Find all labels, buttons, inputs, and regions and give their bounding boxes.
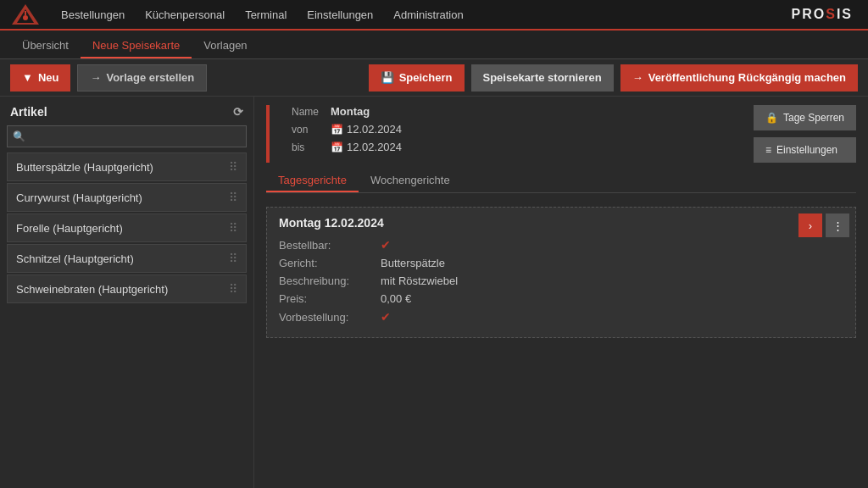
article-item-3[interactable]: Schnitzel (Hauptgericht) ⠿ bbox=[7, 244, 247, 273]
tage-sperren-label: Tage Sperren bbox=[783, 112, 844, 124]
form-section: Name Montag von 📅 12.02.2024 bis 📅 12.02… bbox=[266, 105, 856, 163]
detail-value-3: 0,00 € bbox=[381, 292, 411, 305]
detail-row-3: Preis: 0,00 € bbox=[279, 292, 843, 305]
btn-tage-sperren[interactable]: 🔒 Tage Sperren bbox=[754, 105, 856, 130]
article-label-2: Forelle (Hauptgericht) bbox=[16, 222, 123, 235]
tab-neue-speisekarte[interactable]: Neue Speisekarte bbox=[81, 34, 192, 58]
right-panel: Name Montag von 📅 12.02.2024 bis 📅 12.02… bbox=[254, 97, 868, 488]
von-date: 12.02.2024 bbox=[347, 123, 402, 136]
btn-cancel[interactable]: Speisekarte stornieren bbox=[471, 64, 614, 92]
detail-value-2: mit Röstzwiebel bbox=[381, 274, 458, 287]
article-label-1: Currywurst (Hauptgericht) bbox=[16, 191, 142, 204]
bis-value: 📅 12.02.2024 bbox=[331, 141, 402, 153]
left-accent-bar bbox=[266, 105, 270, 163]
detail-row-2: Beschreibung: mit Röstzwiebel bbox=[279, 274, 843, 287]
detail-label-3: Preis: bbox=[279, 292, 381, 305]
btn-undo-label: Veröffentlichung Rückgängig machen bbox=[648, 71, 846, 84]
calendar-icon-bis: 📅 bbox=[331, 141, 343, 153]
bis-label: bis bbox=[292, 141, 326, 153]
chevron-down-icon: ▼ bbox=[22, 71, 33, 84]
undo-icon: → bbox=[632, 71, 643, 84]
left-panel: Artikel ⟳ Butterspätzle (Hauptgericht) ⠿… bbox=[0, 97, 254, 488]
tabs-bar: Übersicht Neue Speisekarte Vorlagen bbox=[0, 30, 868, 59]
drag-icon-3: ⠿ bbox=[229, 252, 237, 265]
nav-einstellungen[interactable]: Einstellungen bbox=[297, 0, 383, 30]
einstellungen-label: Einstellungen bbox=[776, 144, 837, 156]
card-btn-arrow[interactable]: › bbox=[798, 214, 822, 237]
field-bis: bis 📅 12.02.2024 bbox=[292, 141, 740, 153]
article-label-3: Schnitzel (Hauptgericht) bbox=[16, 252, 134, 265]
form-fields: Name Montag von 📅 12.02.2024 bis 📅 12.02… bbox=[292, 105, 740, 163]
name-label: Name bbox=[292, 106, 326, 118]
search-input[interactable] bbox=[7, 125, 247, 147]
checkmark-bestellbar: ✔ bbox=[381, 238, 391, 252]
nav-terminal[interactable]: Terminal bbox=[235, 0, 297, 30]
main-content: Artikel ⟳ Butterspätzle (Hauptgericht) ⠿… bbox=[0, 97, 868, 488]
btn-undo[interactable]: → Veröffentlichung Rückgängig machen bbox=[620, 64, 858, 92]
article-item-0[interactable]: Butterspätzle (Hauptgericht) ⠿ bbox=[7, 152, 247, 181]
von-label: von bbox=[292, 124, 326, 136]
detail-row-1: Gericht: Butterspätzle bbox=[279, 257, 843, 269]
prosis-logo-text: PROSIS bbox=[792, 7, 853, 21]
article-item-2[interactable]: Forelle (Hauptgericht) ⠿ bbox=[7, 214, 247, 242]
article-item-4[interactable]: Schweinebraten (Hauptgericht) ⠿ bbox=[7, 274, 247, 303]
top-navigation: Bestellungen Küchenpersonal Terminal Ein… bbox=[0, 0, 868, 30]
btn-new[interactable]: ▼ Neu bbox=[10, 64, 70, 92]
btn-cancel-label: Speisekarte stornieren bbox=[483, 71, 602, 84]
panel-header: Artikel ⟳ bbox=[7, 103, 247, 120]
detail-row-0: Bestellbar: ✔ bbox=[279, 238, 843, 252]
content-tabs: Tagesgerichte Wochengerichte bbox=[266, 169, 856, 193]
btn-save[interactable]: 💾 Speichern bbox=[369, 64, 465, 92]
content-tab-wochengerichte[interactable]: Wochengerichte bbox=[359, 169, 462, 192]
detail-label-1: Gericht: bbox=[279, 257, 381, 269]
von-value: 📅 12.02.2024 bbox=[331, 123, 402, 136]
detail-value-1: Butterspätzle bbox=[381, 257, 445, 269]
btn-new-label: Neu bbox=[38, 71, 59, 84]
name-value: Montag bbox=[331, 105, 370, 118]
article-item-1[interactable]: Currywurst (Hauptgericht) ⠿ bbox=[7, 183, 247, 212]
drag-icon-0: ⠿ bbox=[229, 160, 237, 174]
btn-create-template-label: Vorlage erstellen bbox=[106, 71, 194, 84]
detail-label-0: Bestellbar: bbox=[279, 239, 381, 252]
drag-icon-2: ⠿ bbox=[229, 221, 237, 235]
card-actions: › ⋮ bbox=[798, 214, 849, 237]
app-brand: PROSIS bbox=[792, 7, 861, 22]
calendar-icon-von: 📅 bbox=[331, 124, 343, 136]
tab-uebersicht[interactable]: Übersicht bbox=[10, 34, 81, 58]
article-label-0: Butterspätzle (Hauptgericht) bbox=[16, 161, 153, 174]
nav-bestellungen[interactable]: Bestellungen bbox=[51, 0, 135, 30]
btn-create-template[interactable]: → Vorlage erstellen bbox=[77, 64, 207, 92]
toolbar: ▼ Neu → Vorlage erstellen 💾 Speichern Sp… bbox=[0, 59, 868, 97]
detail-label-2: Beschreibung: bbox=[279, 274, 381, 287]
day-card-container: Montag 12.02.2024 Bestellbar: ✔ Gericht:… bbox=[266, 207, 856, 338]
panel-title: Artikel bbox=[10, 105, 47, 119]
day-card: Montag 12.02.2024 Bestellbar: ✔ Gericht:… bbox=[266, 207, 856, 338]
field-name: Name Montag bbox=[292, 105, 740, 118]
refresh-icon[interactable]: ⟳ bbox=[233, 105, 243, 119]
save-icon: 💾 bbox=[381, 71, 394, 84]
side-actions: 🔒 Tage Sperren ≡ Einstellungen bbox=[754, 105, 856, 163]
svg-point-2 bbox=[23, 15, 28, 20]
drag-icon-1: ⠿ bbox=[229, 191, 237, 204]
tab-vorlagen[interactable]: Vorlagen bbox=[192, 34, 259, 58]
nav-kuechenpersonal[interactable]: Küchenpersonal bbox=[135, 0, 235, 30]
bis-date: 12.02.2024 bbox=[347, 141, 402, 153]
content-tab-tagesgerichte[interactable]: Tagesgerichte bbox=[266, 169, 359, 192]
settings-icon: ≡ bbox=[765, 144, 771, 156]
btn-save-label: Speichern bbox=[399, 71, 453, 84]
day-title: Montag 12.02.2024 bbox=[279, 216, 843, 230]
field-von: von 📅 12.02.2024 bbox=[292, 123, 740, 136]
card-btn-more[interactable]: ⋮ bbox=[826, 214, 849, 237]
drag-icon-4: ⠿ bbox=[229, 282, 237, 296]
detail-row-4: Vorbestellung: ✔ bbox=[279, 310, 843, 324]
btn-einstellungen[interactable]: ≡ Einstellungen bbox=[754, 137, 856, 163]
app-logo bbox=[7, 0, 44, 30]
lock-icon: 🔒 bbox=[765, 112, 778, 124]
checkmark-vorbestellung: ✔ bbox=[381, 310, 391, 324]
article-label-4: Schweinebraten (Hauptgericht) bbox=[16, 283, 168, 296]
arrow-icon: → bbox=[90, 71, 101, 84]
detail-label-4: Vorbestellung: bbox=[279, 311, 381, 324]
nav-administration[interactable]: Administration bbox=[383, 0, 473, 30]
